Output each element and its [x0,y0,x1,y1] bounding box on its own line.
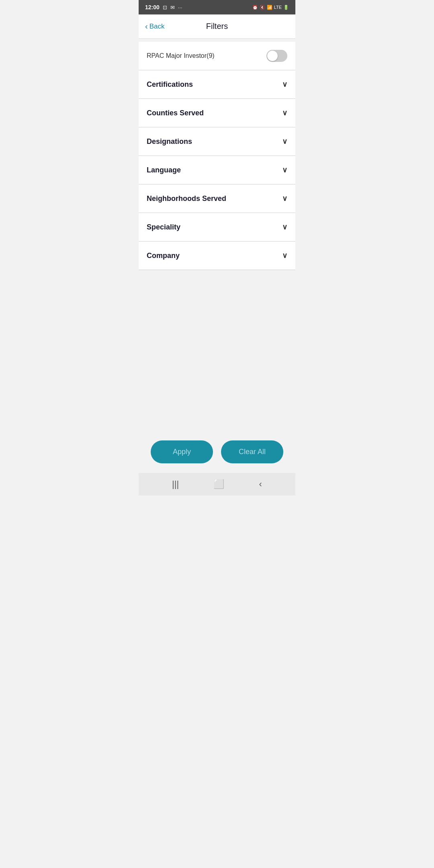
status-time: 12:00 [145,4,160,10]
status-media-icon: ⊡ [163,4,167,10]
certifications-chevron-icon: ∨ [282,80,287,89]
speciality-row[interactable]: Speciality ∨ [139,213,295,242]
main-wrapper: ‹ Back Filters RPAC Major Investor(9) Ce… [139,14,295,495]
designations-label: Designations [147,137,192,146]
clear-all-button[interactable]: Clear All [221,440,283,463]
status-dots: ··· [178,4,182,10]
status-message-icon: ✉ [170,4,175,10]
back-chevron-icon: ‹ [145,22,148,31]
company-row[interactable]: Company ∨ [139,242,295,270]
company-label: Company [147,252,180,260]
signal-icon: 📶 [267,5,272,10]
navigation-bar: ||| ⬜ ‹ [139,473,295,495]
neighborhoods-chevron-icon: ∨ [282,194,287,203]
home-nav-icon[interactable]: ⬜ [213,479,224,489]
language-chevron-icon: ∨ [282,166,287,174]
bottom-buttons: Apply Clear All [139,431,295,473]
designations-chevron-icon: ∨ [282,137,287,146]
speciality-label: Speciality [147,223,180,231]
page-title: Filters [206,22,228,31]
status-bar: 12:00 ⊡ ✉ ··· ⏰ 🔇 📶 LTE 🔋 [139,0,295,14]
neighborhoods-served-label: Neighborhoods Served [147,194,226,203]
back-button[interactable]: ‹ Back [145,22,164,31]
filter-content: RPAC Major Investor(9) Certifications ∨ … [139,42,295,270]
rpac-row: RPAC Major Investor(9) [139,42,295,70]
designations-row[interactable]: Designations ∨ [139,127,295,156]
empty-space [139,270,295,431]
language-label: Language [147,166,181,174]
certifications-label: Certifications [147,80,193,89]
counties-served-label: Counties Served [147,109,204,117]
company-chevron-icon: ∨ [282,251,287,260]
status-right: ⏰ 🔇 📶 LTE 🔋 [252,5,289,10]
counties-served-row[interactable]: Counties Served ∨ [139,99,295,127]
language-row[interactable]: Language ∨ [139,156,295,184]
menu-nav-icon[interactable]: ||| [172,479,179,489]
back-nav-icon[interactable]: ‹ [259,479,262,489]
lte-label: LTE [274,5,282,10]
counties-chevron-icon: ∨ [282,108,287,117]
alarm-icon: ⏰ [252,5,258,10]
header: ‹ Back Filters [139,14,295,39]
neighborhoods-served-row[interactable]: Neighborhoods Served ∨ [139,184,295,213]
back-label: Back [149,23,165,31]
certifications-row[interactable]: Certifications ∨ [139,70,295,99]
apply-button[interactable]: Apply [151,440,213,463]
mute-icon: 🔇 [260,5,265,10]
toggle-slider [266,50,287,62]
status-left: 12:00 ⊡ ✉ ··· [145,4,182,10]
rpac-toggle[interactable] [266,50,287,62]
rpac-label: RPAC Major Investor(9) [147,52,215,59]
battery-icon: 🔋 [283,5,289,10]
speciality-chevron-icon: ∨ [282,223,287,231]
